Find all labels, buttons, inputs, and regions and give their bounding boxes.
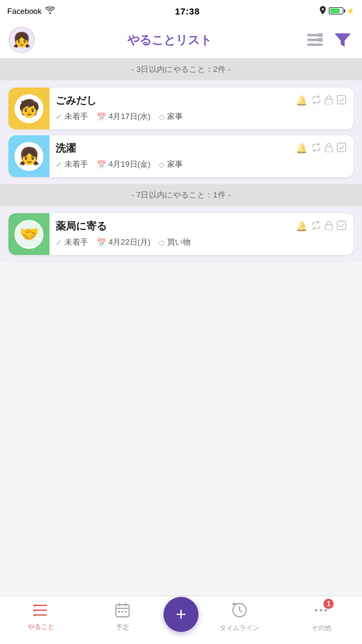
task-color-bar-3: 🤝: [8, 213, 49, 255]
task-color-bar-1: 🧒: [8, 88, 49, 129]
task-details-1: ✓ 未着手 📅 4月17日(水) ◇ 家事: [49, 111, 354, 129]
tasks-area-3days: 🧒 ごみだし 🔔: [0, 80, 362, 184]
check-square-icon-1[interactable]: [337, 95, 346, 106]
task-avatar-2: 👧: [14, 142, 43, 171]
svg-point-16: [315, 608, 317, 611]
section-header-3days: - 3日以内にやること：2件 -: [0, 59, 362, 80]
schedule-icon: [115, 603, 130, 621]
tasks-area-7days: 🤝 薬局に寄る 🔔: [0, 206, 362, 262]
task-details-3: ✓ 未着手 📅 4月22日(月) ◇ 買い物: [49, 237, 354, 255]
user-avatar[interactable]: 👧: [8, 27, 35, 53]
task-category-1: ◇ 家事: [159, 111, 183, 122]
tab-timeline[interactable]: タイムライン: [198, 602, 281, 633]
svg-rect-2: [307, 43, 323, 46]
task-action-icons-3: 🔔: [296, 221, 346, 232]
svg-rect-4: [318, 38, 323, 42]
task-avatar-1: 🧒: [14, 94, 43, 123]
status-left: Facebook: [7, 7, 55, 16]
lock-icon-3[interactable]: [325, 221, 333, 232]
calendar-icon-3: 📅: [97, 238, 106, 247]
tag-icon-1: ◇: [159, 112, 165, 121]
lock-icon-1[interactable]: [325, 95, 333, 106]
svg-rect-8: [337, 143, 346, 152]
lightning-icon: ⚡: [346, 7, 355, 15]
check-square-icon-3[interactable]: [337, 221, 346, 232]
other-badge: 1: [323, 599, 334, 609]
bell-icon-1[interactable]: 🔔: [296, 95, 308, 106]
list-view-button[interactable]: [304, 29, 326, 51]
task-status-2: ✓ 未着手: [56, 159, 88, 170]
schedule-label: 予定: [116, 623, 129, 632]
task-category-3: ◇ 買い物: [159, 237, 191, 248]
task-content-1: ごみだし 🔔: [49, 88, 354, 129]
task-title-3: 薬局に寄る: [56, 219, 107, 233]
task-card-yakkyoku: 🤝 薬局に寄る 🔔: [8, 213, 354, 255]
carrier-label: Facebook: [7, 7, 42, 16]
task-card-gomidashi: 🧒 ごみだし 🔔: [8, 88, 354, 129]
filter-button[interactable]: [332, 29, 354, 51]
task-color-bar-2: 👧: [8, 135, 49, 177]
task-date-1: 📅 4月17日(水): [97, 111, 150, 122]
task-content-3: 薬局に寄る 🔔: [49, 213, 354, 255]
tag-icon-2: ◇: [159, 160, 165, 169]
task-status-1: ✓ 未着手: [56, 111, 88, 122]
task-action-icons-2: 🔔: [296, 143, 346, 154]
task-title-2: 洗濯: [56, 141, 76, 155]
main-content: - 3日以内にやること：2件 - 🧒 ごみだし 🔔: [0, 59, 362, 317]
tab-schedule[interactable]: 予定: [82, 603, 164, 632]
tag-icon-3: ◇: [159, 238, 165, 247]
svg-rect-6: [337, 95, 346, 104]
timeline-label: タイムライン: [220, 623, 259, 633]
task-title-row-1: ごみだし 🔔: [49, 88, 354, 111]
calendar-icon-2: 📅: [97, 160, 106, 169]
time-display: 17:38: [175, 6, 200, 16]
svg-rect-9: [325, 225, 332, 230]
todo-icon: [33, 604, 49, 620]
tab-todo[interactable]: やること: [0, 604, 82, 631]
task-avatar-3: 🤝: [14, 220, 43, 249]
repeat-icon-3[interactable]: [311, 221, 321, 232]
task-title-row-3: 薬局に寄る 🔔: [49, 213, 354, 237]
task-details-2: ✓ 未着手 📅 4月19日(金) ◇ 家事: [49, 159, 354, 177]
task-category-2: ◇ 家事: [159, 159, 183, 170]
bell-icon-2[interactable]: 🔔: [296, 143, 308, 154]
svg-rect-7: [325, 147, 332, 152]
repeat-icon-2[interactable]: [311, 143, 321, 154]
svg-point-17: [320, 608, 322, 611]
task-action-icons-1: 🔔: [296, 95, 346, 106]
status-icon-1: ✓: [56, 112, 62, 121]
task-status-3: ✓ 未着手: [56, 237, 88, 248]
todo-label: やること: [28, 622, 54, 631]
tab-bar: やること 予定 + タイムライン: [0, 596, 362, 644]
tab-other[interactable]: 1 その他: [281, 602, 363, 633]
svg-rect-3: [318, 33, 323, 37]
calendar-icon-1: 📅: [97, 112, 106, 121]
status-icon-2: ✓: [56, 160, 62, 169]
svg-rect-14: [125, 611, 127, 613]
battery-indicator: [329, 7, 343, 14]
status-right: ⚡: [320, 6, 355, 16]
other-label: その他: [311, 623, 331, 633]
svg-rect-10: [337, 221, 346, 230]
app-header: 👧 やることリスト: [0, 22, 362, 59]
status-icon-3: ✓: [56, 238, 62, 247]
svg-rect-13: [122, 611, 124, 613]
task-title-1: ごみだし: [56, 94, 97, 108]
fab-plus-icon: +: [176, 605, 186, 623]
task-card-sentaku: 👧 洗濯 🔔: [8, 135, 354, 177]
task-date-2: 📅 4月19日(金): [97, 159, 150, 170]
task-content-2: 洗濯 🔔: [49, 135, 354, 177]
check-square-icon-2[interactable]: [337, 143, 346, 154]
svg-rect-5: [325, 99, 332, 105]
bell-icon-3[interactable]: 🔔: [296, 221, 308, 232]
svg-rect-12: [118, 611, 120, 613]
repeat-icon-1[interactable]: [311, 95, 321, 106]
timeline-icon: [232, 602, 247, 622]
task-title-row-2: 洗濯 🔔: [49, 135, 354, 159]
header-actions: [304, 29, 354, 51]
svg-point-18: [325, 608, 327, 611]
lock-icon-2[interactable]: [325, 143, 333, 154]
other-icon: 1: [313, 602, 329, 622]
fab-add-button[interactable]: +: [164, 597, 198, 632]
avatar-emoji: 👧: [13, 31, 31, 48]
